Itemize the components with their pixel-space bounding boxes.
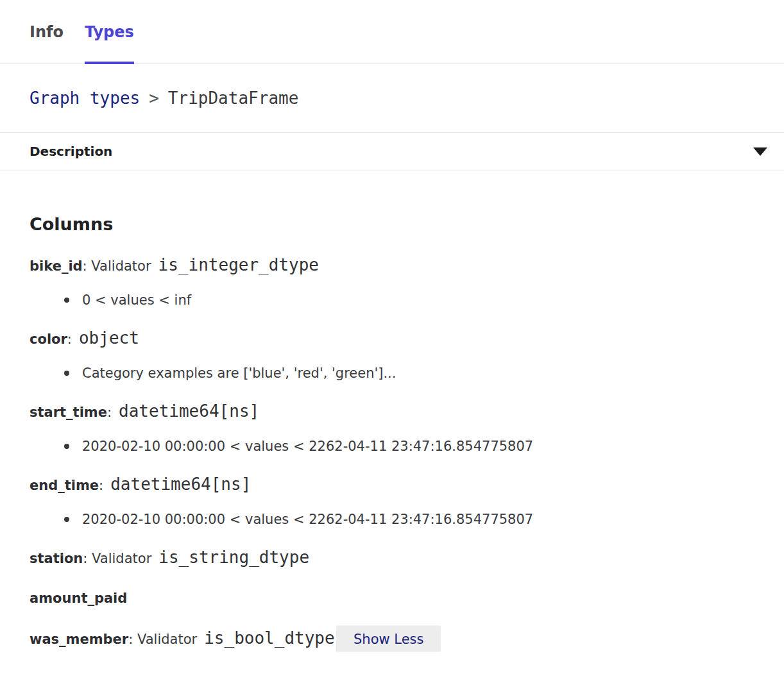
bullet-dot	[64, 298, 69, 303]
tab-bar: Info Types	[0, 0, 784, 64]
breadcrumb: Graph types>TripDataFrame	[0, 64, 784, 133]
constraint-bullet: Category examples are ['blue', 'red', 'g…	[64, 364, 754, 382]
constraint-text: 2020-02-10 00:00:00 < values < 2262-04-1…	[82, 437, 533, 455]
column-validator-text: :	[99, 475, 103, 496]
breadcrumb-current-page: TripDataFrame	[168, 88, 299, 108]
column-dtype-code: is_integer_dtype	[158, 254, 319, 276]
column-entry-line: amount_paid	[30, 587, 754, 609]
bullet-dot	[64, 444, 69, 449]
column-entry-line: start_time:datetime64[ns]	[30, 400, 754, 423]
constraint-bullet: 2020-02-10 00:00:00 < values < 2262-04-1…	[64, 510, 754, 528]
column-entry: color:objectCategory examples are ['blue…	[30, 327, 754, 382]
column-dtype-code: datetime64[ns]	[119, 400, 259, 422]
column-validator-text: : Validator	[83, 255, 151, 277]
column-validator-text: :	[67, 328, 72, 350]
column-validator-text: : Validator	[83, 548, 151, 569]
tab-info[interactable]: Info	[30, 0, 64, 63]
column-entry-line: end_time:datetime64[ns]	[30, 473, 754, 496]
description-accordion[interactable]: Description	[0, 133, 784, 171]
column-entry: amount_paid	[30, 587, 754, 609]
column-entry-line: bike_id: Validatoris_integer_dtype	[30, 254, 754, 277]
column-dtype-code: is_bool_dtype	[204, 627, 335, 649]
column-dtype-code: datetime64[ns]	[110, 473, 251, 495]
column-name: color	[30, 328, 67, 350]
columns-section: Columns bike_id: Validatoris_integer_dty…	[0, 212, 784, 663]
column-entry-line: station: Validatoris_string_dtype	[30, 546, 754, 569]
constraint-text: Category examples are ['blue', 'red', 'g…	[82, 364, 396, 382]
tab-types[interactable]: Types	[85, 0, 134, 63]
triangle-down-icon[interactable]	[753, 147, 767, 156]
columns-heading: Columns	[30, 212, 754, 236]
column-name: bike_id	[30, 255, 83, 277]
constraint-bullet: 0 < values < inf	[64, 291, 754, 309]
breadcrumb-link-graph-types[interactable]: Graph types	[30, 88, 140, 108]
column-entry: bike_id: Validatoris_integer_dtype0 < va…	[30, 254, 754, 309]
column-entry: start_time:datetime64[ns]2020-02-10 00:0…	[30, 400, 754, 455]
column-entry: station: Validatoris_string_dtype	[30, 546, 754, 569]
column-validator-text: : Validator	[128, 628, 197, 650]
column-name: start_time	[30, 401, 107, 423]
breadcrumb-separator: >	[149, 88, 159, 108]
description-title: Description	[30, 143, 112, 160]
column-name: station	[30, 548, 83, 569]
column-dtype-code: object	[79, 327, 139, 349]
column-validator-text: :	[107, 401, 112, 423]
column-name: amount_paid	[30, 587, 127, 609]
column-entry: end_time:datetime64[ns]2020-02-10 00:00:…	[30, 473, 754, 528]
constraint-text: 2020-02-10 00:00:00 < values < 2262-04-1…	[82, 510, 533, 528]
column-entry-list: bike_id: Validatoris_integer_dtype0 < va…	[30, 254, 754, 650]
column-name: end_time	[30, 475, 99, 496]
constraint-text: 0 < values < inf	[82, 291, 191, 309]
column-name: was_member	[30, 628, 128, 650]
column-entry-line: was_member: Validatoris_bool_dtypeShow L…	[30, 627, 754, 650]
bullet-dot	[64, 517, 69, 522]
column-dtype-code: is_string_dtype	[158, 546, 309, 568]
column-entry-line: color:object	[30, 327, 754, 350]
constraint-bullet: 2020-02-10 00:00:00 < values < 2262-04-1…	[64, 437, 754, 455]
bullet-dot	[64, 371, 69, 376]
column-entry: was_member: Validatoris_bool_dtypeShow L…	[30, 627, 754, 650]
show-less-button[interactable]: Show Less	[336, 626, 441, 652]
